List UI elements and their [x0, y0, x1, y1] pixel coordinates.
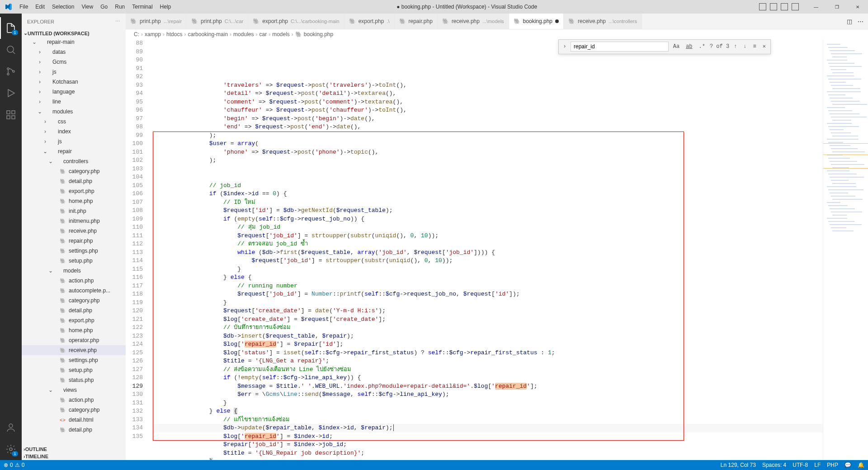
status-cursor-position[interactable]: Ln 129, Col 73 — [721, 462, 756, 468]
tree-item[interactable]: 🐘repair.php — [22, 236, 126, 246]
next-match-icon[interactable]: ↓ — [741, 42, 748, 52]
status-indent[interactable]: Spaces: 4 — [762, 462, 786, 468]
menu-edit[interactable]: Edit — [32, 4, 48, 10]
tree-item[interactable]: 🐘operator.php — [22, 335, 126, 345]
breadcrumb-segment[interactable]: models — [272, 31, 290, 38]
tree-item[interactable]: 🐘category.php — [22, 296, 126, 306]
timeline-section[interactable]: › TIMELINE — [22, 453, 126, 460]
tree-item[interactable]: 🐘detail.php — [22, 176, 126, 186]
tree-item[interactable]: 🐘initmenu.php — [22, 216, 126, 226]
regex-icon[interactable]: .* — [697, 42, 707, 52]
tree-item[interactable]: 🐘action.php — [22, 395, 126, 405]
match-case-icon[interactable]: Aa — [671, 42, 681, 52]
editor-tab[interactable]: 🐘receive.php...\controllers — [564, 14, 642, 29]
editor-tab[interactable]: 🐘repair.php — [395, 14, 438, 29]
tree-item[interactable]: ›line — [22, 97, 126, 107]
tree-item[interactable]: 🐘detail.php — [22, 425, 126, 435]
explorer-icon[interactable]: 1 — [0, 17, 22, 39]
sidebar-more-icon[interactable]: ⋯ — [115, 19, 120, 24]
tree-item[interactable]: ›index — [22, 127, 126, 136]
workspace-section[interactable]: ⌄ UNTITLED (WORKSPACE) — [22, 29, 126, 37]
status-eol[interactable]: LF — [814, 462, 821, 468]
breadcrumb-segment[interactable]: xampp — [145, 31, 161, 38]
tree-item[interactable]: 🐘home.php — [22, 196, 126, 206]
tree-item[interactable]: <>detail.html — [22, 415, 126, 425]
prev-match-icon[interactable]: ↑ — [732, 42, 739, 52]
breadcrumb-segment[interactable]: modules — [233, 31, 254, 38]
search-input[interactable] — [571, 42, 669, 52]
editor-tab[interactable]: 🐘print.phpC:\...\car — [187, 14, 248, 29]
tree-item[interactable]: ⌄controllers — [22, 156, 126, 166]
status-errors[interactable]: ⊗ 0 ⚠ 0 — [4, 462, 24, 468]
editor-tab[interactable]: 🐘export.phpC:\...\carbooking-main — [248, 14, 344, 29]
tree-item[interactable]: 🐘export.php — [22, 315, 126, 325]
menu-selection[interactable]: Selection — [48, 4, 78, 10]
breadcrumb-segment[interactable]: booking.php — [304, 31, 333, 38]
tree-item[interactable]: 🐘setup.php — [22, 256, 126, 266]
menu-run[interactable]: Run — [111, 4, 128, 10]
tree-item[interactable]: 🐘receive.php — [22, 345, 126, 355]
close-button[interactable]: ✕ — [847, 0, 868, 14]
menu-go[interactable]: Go — [97, 4, 111, 10]
account-icon[interactable] — [0, 417, 22, 438]
tree-item[interactable]: ›js — [22, 67, 126, 77]
tree-item[interactable]: ⌄repair — [22, 146, 126, 156]
menu-terminal[interactable]: Terminal — [128, 4, 156, 10]
run-debug-icon[interactable] — [0, 82, 22, 104]
tree-item[interactable]: 🐘autocomplete.p... — [22, 286, 126, 296]
search-icon[interactable] — [0, 39, 22, 61]
tree-item[interactable]: 🐘status.php — [22, 375, 126, 385]
outline-section[interactable]: › OUTLINE — [22, 446, 126, 453]
tree-item[interactable]: 🐘setup.php — [22, 365, 126, 375]
more-actions-icon[interactable]: ⋯ — [858, 18, 863, 25]
editor-tab[interactable]: 🐘receive.php...\models — [438, 14, 509, 29]
match-word-icon[interactable]: ab — [684, 42, 694, 52]
breadcrumb[interactable]: C:›xampp›htdocs›carbooking-main›modules›… — [126, 29, 868, 39]
tree-item[interactable]: ⌄models — [22, 266, 126, 276]
minimap[interactable] — [823, 39, 868, 460]
breadcrumb-segment[interactable]: htdocs — [166, 31, 182, 38]
tree-item[interactable]: 🐘category.php — [22, 166, 126, 176]
extensions-icon[interactable] — [0, 104, 22, 126]
tree-item[interactable]: 🐘export.php — [22, 186, 126, 196]
tree-item[interactable]: 🐘init.php — [22, 206, 126, 216]
tree-item[interactable]: ⌄repair-main — [22, 37, 126, 47]
tree-item[interactable]: ⌄views — [22, 385, 126, 395]
editor-tab[interactable]: 🐘export.php.\ — [344, 14, 395, 29]
layout-controls[interactable] — [759, 3, 806, 10]
maximize-button[interactable]: ❐ — [826, 0, 847, 14]
menu-view[interactable]: View — [78, 4, 97, 10]
breadcrumb-segment[interactable]: carbooking-main — [188, 31, 228, 38]
gear-icon[interactable]: 1 — [0, 438, 22, 460]
split-editor-icon[interactable]: ◫ — [847, 18, 852, 25]
expand-replace-icon[interactable]: › — [561, 42, 568, 51]
tree-item[interactable]: 🐘settings.php — [22, 246, 126, 256]
tree-item[interactable]: ⌄modules — [22, 107, 126, 117]
notifications-icon[interactable]: 🔔 — [858, 462, 864, 468]
tree-item[interactable]: ›Gcms — [22, 57, 126, 67]
breadcrumb-segment[interactable]: car — [259, 31, 267, 38]
menu-help[interactable]: Help — [156, 4, 175, 10]
tree-item[interactable]: 🐘settings.php — [22, 355, 126, 365]
tree-item[interactable]: ›css — [22, 117, 126, 127]
tree-item[interactable]: 🐘action.php — [22, 276, 126, 286]
tree-item[interactable]: ›Kotchasan — [22, 77, 126, 87]
tree-item[interactable]: 🐘receive.php — [22, 226, 126, 236]
feedback-icon[interactable]: 💬 — [844, 462, 851, 468]
minimize-button[interactable]: ― — [806, 0, 826, 14]
breadcrumb-segment[interactable]: C: — [134, 31, 139, 38]
tree-item[interactable]: 🐘home.php — [22, 325, 126, 335]
status-language[interactable]: PHP — [827, 462, 838, 468]
menu-file[interactable]: File — [16, 4, 32, 10]
editor-tab[interactable]: 🐘print.php...\repair — [126, 14, 187, 29]
editor-tab[interactable]: 🐘booking.php — [509, 14, 564, 29]
tree-item[interactable]: ›js — [22, 136, 126, 146]
find-in-selection-icon[interactable]: ≡ — [751, 42, 758, 52]
tree-item[interactable]: 🐘detail.php — [22, 306, 126, 315]
source-control-icon[interactable] — [0, 61, 22, 82]
close-find-icon[interactable]: ✕ — [761, 42, 768, 52]
tree-item[interactable]: ›language — [22, 87, 126, 97]
tree-item[interactable]: 🐘category.php — [22, 405, 126, 415]
file-tree[interactable]: ⌄repair-main›datas›Gcms›js›Kotchasan›lan… — [22, 37, 126, 435]
code-editor[interactable]: › Aa ab .* ? of 3 ↑ ↓ ≡ ✕ 'travelers' =>… — [153, 39, 823, 460]
